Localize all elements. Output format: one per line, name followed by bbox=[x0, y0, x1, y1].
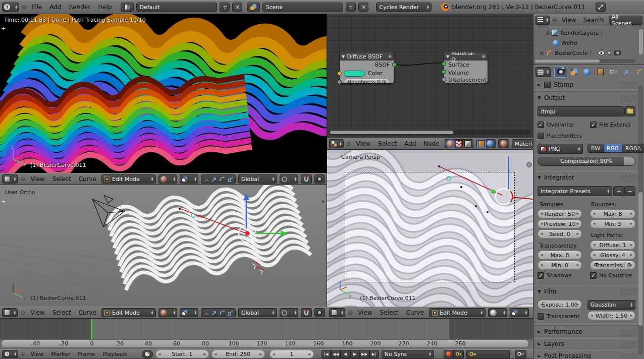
menu-view[interactable]: View bbox=[28, 351, 46, 357]
glossy-bounces-field[interactable]: ◂Glossy: 4▸ bbox=[590, 251, 635, 260]
color-mode-rgb[interactable]: RGB bbox=[604, 144, 622, 152]
menu-select[interactable]: Select bbox=[378, 309, 401, 316]
manipulator-axis-icon[interactable] bbox=[203, 310, 209, 316]
socket-color-input[interactable] bbox=[337, 71, 342, 76]
placeholders-option[interactable]: Placeholders bbox=[538, 133, 582, 139]
outliner-item-world[interactable]: World bbox=[546, 38, 577, 47]
panel-film-header[interactable]: ▼Film bbox=[538, 288, 556, 295]
compositing-nodes-icon[interactable] bbox=[464, 140, 471, 147]
collapse-menus-icon[interactable]: ⊖ bbox=[348, 309, 353, 316]
bounces-max-field[interactable]: ◂Max: 8▸ bbox=[590, 209, 635, 218]
panel-output-header[interactable]: ▼Output bbox=[538, 94, 565, 101]
play-reverse-button[interactable]: ◀ bbox=[341, 350, 350, 358]
tab-scene[interactable] bbox=[568, 67, 580, 77]
color-swatch[interactable] bbox=[344, 71, 365, 77]
overwrite-checkbox[interactable]: ✓ bbox=[538, 122, 544, 128]
expand-icon[interactable]: ⊕ bbox=[546, 30, 550, 36]
node-expand-icon[interactable]: ⊕ bbox=[481, 54, 486, 59]
outliner-item-beziercircle[interactable]: ⊕ BezierCircle | bbox=[540, 48, 621, 57]
viewport-camera-persp[interactable]: Camera Persp (1) BezierCurve.011 y bbox=[327, 150, 533, 307]
add-scene-button[interactable]: + bbox=[346, 3, 356, 12]
screen-layout-icon-button[interactable] bbox=[121, 3, 134, 12]
render-engine-selector[interactable]: Cycles Render ▴▾ bbox=[376, 3, 432, 12]
menu-help[interactable]: Help bbox=[95, 4, 114, 11]
outliner-scope-selector[interactable]: All Scenes bbox=[609, 16, 642, 25]
tab-modifiers[interactable] bbox=[620, 67, 632, 77]
outliner-item-renderlayers[interactable]: ⊕ RenderLayers | bbox=[546, 28, 603, 37]
jump-to-start-button[interactable]: |◀ bbox=[321, 350, 331, 358]
menu-file[interactable]: File bbox=[29, 4, 44, 11]
color-mode-bw[interactable]: BW bbox=[588, 144, 604, 152]
tab-object[interactable] bbox=[594, 67, 606, 77]
timeline-hscroll[interactable]: -40 -20 0 20 40 60 80 100 120 140 160 18… bbox=[1, 339, 529, 348]
manipulator-axis-icon[interactable] bbox=[203, 176, 209, 183]
collapse-menus-icon[interactable]: ⊖ bbox=[346, 140, 351, 147]
browse-output-path-button[interactable] bbox=[624, 106, 635, 116]
rotate-manipulator-icon[interactable] bbox=[219, 310, 226, 316]
output-path-field[interactable]: /tmp/ bbox=[538, 106, 624, 116]
collapse-menus-icon[interactable]: ⊖ bbox=[21, 351, 25, 357]
overwrite-option[interactable]: ✓ Overwrite bbox=[538, 122, 574, 128]
frame-end-field[interactable]: ◂End: 250▸ bbox=[211, 350, 265, 358]
region-expand-button[interactable]: + bbox=[1, 198, 6, 205]
menu-frame[interactable]: Frame bbox=[75, 351, 97, 357]
play-button[interactable]: ▶ bbox=[350, 350, 360, 358]
renderability-camera-icon[interactable] bbox=[614, 50, 621, 55]
preview-range-toggle[interactable] bbox=[142, 350, 153, 358]
no-caustics-checkbox[interactable]: ✓ bbox=[590, 272, 597, 279]
mode-selector[interactable]: Edit Mode ▴▾ bbox=[101, 308, 156, 317]
bounces-min-field[interactable]: ◂Min: 3▸ bbox=[590, 219, 635, 228]
transmission-bounces-field[interactable]: ◂Transmissi: 8▸ bbox=[590, 261, 635, 270]
tab-constraints[interactable] bbox=[607, 67, 619, 77]
editor-type-outliner-button[interactable]: ▴▾ bbox=[535, 16, 550, 25]
timeline-playhead[interactable] bbox=[91, 319, 92, 339]
shading-selector[interactable]: ▴▾ bbox=[158, 308, 177, 317]
panel-stamp-header[interactable]: ► Stamp bbox=[538, 81, 573, 88]
render-opengl-button[interactable] bbox=[314, 174, 325, 184]
prev-keyframe-button[interactable]: ◀◀ bbox=[331, 350, 341, 358]
shadows-option[interactable]: ✓ Shadows bbox=[538, 272, 571, 279]
proportional-edit-selector[interactable]: ▴▾ bbox=[280, 308, 298, 317]
snap-toggle-button[interactable] bbox=[301, 308, 311, 317]
file-format-selector[interactable]: PNG ▴▾ bbox=[538, 144, 583, 154]
socket-surface-input[interactable] bbox=[442, 62, 446, 66]
jump-to-end-button[interactable]: ▶| bbox=[369, 350, 379, 358]
texture-nodes-icon[interactable] bbox=[456, 140, 463, 147]
shading-selector[interactable]: ▴▾ bbox=[158, 174, 177, 184]
frame-start-field[interactable]: ◂Start: 1▸ bbox=[155, 350, 209, 358]
menu-view[interactable]: View bbox=[28, 309, 47, 316]
proportional-edit-selector[interactable]: ▴▾ bbox=[280, 174, 298, 184]
expand-icon[interactable]: ⊕ bbox=[540, 50, 544, 56]
translate-manipulator-icon[interactable] bbox=[211, 310, 218, 316]
menu-curve[interactable]: Curve bbox=[404, 309, 426, 316]
menu-playback[interactable]: Playback bbox=[100, 351, 130, 357]
autokey-mode-button[interactable] bbox=[454, 350, 464, 358]
properties-vscroll-thumb[interactable] bbox=[638, 192, 642, 326]
menu-select[interactable]: Select bbox=[375, 140, 399, 147]
file-extensions-option[interactable]: ✓ File Extensi bbox=[590, 122, 630, 128]
socket-volume-input[interactable] bbox=[442, 70, 446, 74]
editor-type-3dview-button[interactable]: ▴▾ bbox=[329, 308, 345, 317]
sync-mode-selector[interactable]: No Sync ▴▾ bbox=[382, 350, 434, 358]
transform-orientation-selector[interactable]: Global ▴▾ bbox=[238, 174, 277, 184]
menu-view[interactable]: View bbox=[28, 175, 47, 183]
scale-manipulator-icon[interactable] bbox=[227, 176, 234, 183]
placeholders-checkbox[interactable] bbox=[538, 133, 544, 139]
material-nodes-icon[interactable] bbox=[447, 140, 454, 148]
scene-icon-button[interactable] bbox=[247, 3, 260, 12]
window-duplicate-button[interactable] bbox=[596, 3, 606, 12]
region-expand-button[interactable] bbox=[526, 162, 532, 167]
collapse-menus-icon[interactable]: ⊖ bbox=[20, 309, 25, 316]
menu-view[interactable]: View bbox=[355, 309, 374, 316]
panel-post-processing-header[interactable]: ►Post Processing bbox=[538, 352, 591, 359]
menu-marker[interactable]: Marker bbox=[48, 351, 73, 357]
node-expand-icon[interactable]: ⊕ bbox=[388, 54, 392, 59]
film-width-field[interactable]: ◂Width: 1.50▸ bbox=[587, 311, 635, 320]
snap-toggle-button[interactable] bbox=[301, 174, 311, 184]
render-opengl-button[interactable] bbox=[314, 308, 325, 317]
transparent-checkbox[interactable] bbox=[538, 313, 544, 320]
socket-displacement-input[interactable] bbox=[442, 77, 446, 82]
stamp-checkbox[interactable] bbox=[544, 82, 551, 88]
region-collapse-arrow[interactable]: ◂ bbox=[321, 198, 324, 204]
panel-integrator-header[interactable]: ▼Integrator bbox=[538, 174, 574, 181]
